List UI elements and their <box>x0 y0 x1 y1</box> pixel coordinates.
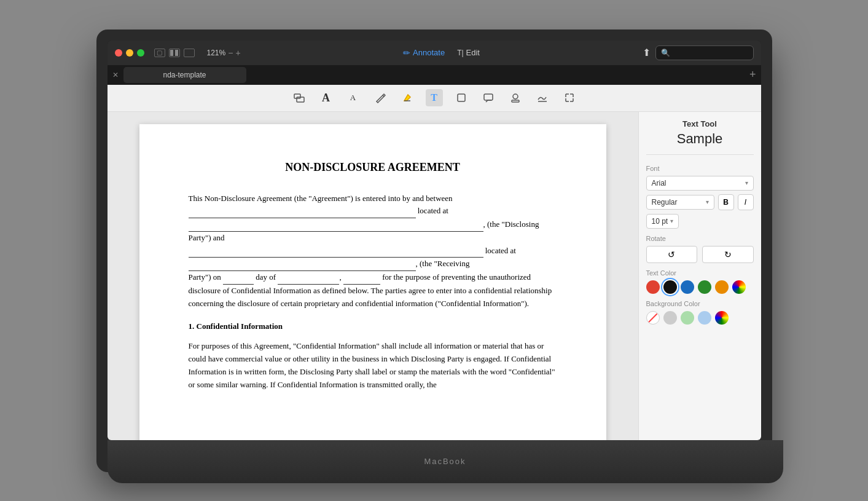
title-center: ✏ Annotate T| Edit <box>246 48 638 58</box>
paragraph-1: This Non-Disclosure Agreement (the "Agre… <box>189 192 557 310</box>
svg-point-5 <box>513 94 518 99</box>
window-controls: ▢ <box>154 49 195 57</box>
document-area[interactable]: NON-DISCLOSURE AGREEMENT This Non-Disclo… <box>108 112 638 440</box>
collapse-panel-button[interactable]: ► <box>638 270 641 282</box>
italic-icon: I <box>745 198 746 207</box>
font-selector[interactable]: Arial ▾ <box>646 176 754 191</box>
pen-tool-button[interactable] <box>372 89 389 106</box>
comment-tool-button[interactable] <box>480 89 497 106</box>
bg-color-row <box>646 311 754 325</box>
blank-day <box>223 271 254 285</box>
tab-add-button[interactable]: + <box>749 68 756 81</box>
laptop-base: MacBook <box>108 440 783 483</box>
bg-color-green[interactable] <box>681 311 694 325</box>
laptop-screen: ▢ 121% − + ✏ Annotate <box>108 41 761 440</box>
split-view-button[interactable] <box>169 49 180 57</box>
toolbar: A A T <box>108 85 761 112</box>
main-area: NON-DISCLOSURE AGREEMENT This Non-Disclo… <box>108 112 761 440</box>
shape-tool-button[interactable] <box>453 89 470 106</box>
text-color-red[interactable] <box>646 280 660 294</box>
font-size-selector[interactable]: 10 pt ▾ <box>646 214 679 229</box>
stamp-tool-button[interactable] <box>507 89 524 106</box>
blank-address2 <box>189 258 416 271</box>
large-text-button[interactable]: A <box>318 89 335 106</box>
tab-close-button[interactable]: ✕ <box>112 71 119 79</box>
bg-color-multicolor[interactable] <box>715 311 729 325</box>
share-icon[interactable]: ⬆ <box>643 47 651 58</box>
close-button[interactable] <box>115 49 122 57</box>
grid-view-button[interactable] <box>184 49 195 57</box>
blank-month <box>278 271 339 285</box>
font-style-row: Regular ▾ B I <box>646 194 754 210</box>
text-color-green[interactable] <box>698 280 711 294</box>
annotate-label: Annotate <box>413 48 445 57</box>
signature-tool-button[interactable] <box>534 89 551 106</box>
right-panel: ► Text Tool Sample Font Arial ▾ Regular … <box>638 112 761 440</box>
text-color-multicolor[interactable] <box>732 280 746 294</box>
maximize-button[interactable] <box>137 49 144 57</box>
minimize-button[interactable] <box>126 49 133 57</box>
edit-label: Edit <box>466 48 480 57</box>
blank-year <box>343 271 380 285</box>
edit-button[interactable]: T| Edit <box>457 48 480 57</box>
svg-rect-0 <box>294 94 300 98</box>
rotate-section-label: Rotate <box>646 235 754 242</box>
small-text-button[interactable]: A <box>345 89 362 106</box>
title-right: ⬆ 🔍 <box>643 45 754 60</box>
laptop-brand: MacBook <box>424 457 466 466</box>
traffic-lights <box>115 49 144 57</box>
style-selector[interactable]: Regular ▾ <box>646 195 714 210</box>
zoom-up-icon[interactable]: + <box>235 48 240 58</box>
text-color-row <box>646 280 754 294</box>
font-size: 10 pt <box>652 217 668 226</box>
bg-color-blue[interactable] <box>698 311 711 325</box>
search-icon: 🔍 <box>661 49 670 57</box>
rotate-left-button[interactable]: ↺ <box>646 246 698 263</box>
rotate-right-button[interactable]: ↻ <box>702 246 754 263</box>
expand-tool-button[interactable] <box>561 89 578 106</box>
single-view-button[interactable]: ▢ <box>154 49 165 57</box>
bold-icon: B <box>723 198 729 207</box>
tab-label: nda-template <box>163 71 206 79</box>
annotate-button[interactable]: ✏ Annotate <box>403 48 445 58</box>
laptop-shell: ▢ 121% − + ✏ Annotate <box>96 30 772 472</box>
rotate-row: ↺ ↻ <box>646 246 754 263</box>
panel-title: Text Tool <box>646 119 754 128</box>
document-body: This Non-Disclosure Agreement (the "Agre… <box>189 192 557 392</box>
section-1-title: 1. Confidential Information <box>189 320 557 333</box>
italic-button[interactable]: I <box>738 194 754 210</box>
document: NON-DISCLOSURE AGREEMENT This Non-Disclo… <box>139 124 606 440</box>
edit-icon: T| <box>457 49 463 57</box>
resize-tool-button[interactable] <box>291 89 308 106</box>
style-name: Regular <box>652 198 678 207</box>
bg-color-section-label: Background Color <box>646 300 754 307</box>
text-color-orange[interactable] <box>715 280 729 294</box>
svg-rect-4 <box>484 94 493 100</box>
style-dropdown-icon: ▾ <box>706 199 709 205</box>
annotate-icon: ✏ <box>403 48 410 58</box>
highlight-tool-button[interactable] <box>399 89 416 106</box>
bg-color-gray[interactable] <box>663 311 677 325</box>
svg-rect-3 <box>458 94 465 101</box>
zoom-down-icon[interactable]: − <box>228 48 233 58</box>
svg-rect-6 <box>512 100 519 102</box>
font-name: Arial <box>652 179 667 187</box>
panel-sample-text: Sample <box>646 131 754 155</box>
blank-address1 <box>189 218 483 232</box>
font-section-label: Font <box>646 165 754 172</box>
text-color-blue[interactable] <box>681 280 694 294</box>
text-tool-button[interactable]: T <box>426 89 443 106</box>
title-bar: ▢ 121% − + ✏ Annotate <box>108 41 761 65</box>
text-color-section-label: Text Color <box>646 269 754 277</box>
paragraph-2: For purposes of this Agreement, "Confide… <box>189 340 557 391</box>
search-box[interactable]: 🔍 <box>655 45 754 60</box>
size-dropdown-icon: ▾ <box>670 218 673 224</box>
bg-color-transparent[interactable] <box>646 311 660 325</box>
font-dropdown-icon: ▾ <box>745 179 748 186</box>
zoom-control: 121% − + <box>207 48 241 58</box>
text-color-black[interactable] <box>663 280 677 294</box>
zoom-level: 121% <box>207 49 226 57</box>
tab-item[interactable]: nda-template <box>123 67 246 83</box>
bold-button[interactable]: B <box>718 194 734 210</box>
tab-bar: ✕ nda-template + <box>108 65 761 85</box>
